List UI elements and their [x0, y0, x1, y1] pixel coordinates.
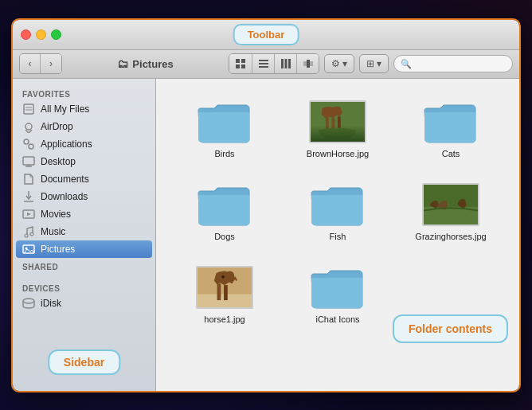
svg-rect-3 [241, 64, 245, 68]
sidebar-item-applications[interactable]: Applications [13, 135, 155, 153]
gear-icon: ⚙ [331, 58, 340, 69]
image-wrapper [309, 98, 366, 146]
file-contents: Birds [156, 79, 519, 391]
action-chevron: ▾ [342, 58, 347, 69]
downloads-icon [22, 190, 35, 203]
applications-icon [22, 138, 35, 150]
sidebar-item-label: Movies [41, 209, 71, 220]
list-item[interactable]: Fish [285, 178, 390, 244]
list-item[interactable]: BrownHorse.jpg [285, 95, 390, 162]
folder-icon-wrapper [196, 181, 253, 228]
file-label: Fish [330, 232, 346, 241]
list-item[interactable]: iChat Icons [285, 260, 390, 327]
sidebar-item-idisk[interactable]: iDisk [13, 295, 155, 312]
close-button[interactable] [21, 29, 31, 40]
list-item[interactable]: Birds [172, 95, 277, 162]
search-box[interactable]: 🔍 [393, 55, 513, 72]
music-icon [22, 225, 35, 238]
airdrop-icon [22, 120, 35, 133]
file-label: horse1.jpg [204, 314, 244, 324]
file-label: Cats [442, 149, 460, 158]
list-item[interactable]: horse1.jpg [172, 260, 277, 327]
folder-icon-wrapper [196, 98, 253, 146]
arrange-chevron: ▾ [377, 58, 381, 69]
main-area: FAVORITES All My Files AirDrop Applicati… [13, 79, 519, 391]
sidebar-item-movies[interactable]: Movies [13, 205, 155, 223]
favorites-label: FAVORITES [13, 85, 155, 100]
finder-window: Toolbar ‹ › 🗂 Pictures ⚙ [11, 18, 521, 392]
svg-point-30 [23, 299, 34, 303]
minimize-button[interactable] [36, 29, 46, 40]
sidebar-item-label: Downloads [41, 191, 88, 202]
svg-rect-13 [24, 104, 33, 114]
icon-view-button[interactable] [229, 54, 252, 73]
svg-rect-33 [331, 118, 334, 130]
image-wrapper [196, 264, 253, 311]
sidebar-item-music[interactable]: Music [13, 223, 155, 240]
maximize-button[interactable] [51, 29, 61, 40]
svg-rect-32 [326, 116, 329, 130]
file-label: BrownHorse.jpg [307, 149, 369, 158]
svg-rect-34 [338, 116, 341, 130]
list-item[interactable]: Dogs [172, 178, 277, 244]
sidebar-item-all-my-files[interactable]: All My Files [13, 100, 155, 118]
disk-icon [22, 297, 35, 310]
forward-button[interactable]: › [41, 54, 61, 73]
svg-rect-6 [259, 66, 268, 68]
brownhorse-thumbnail [309, 100, 366, 143]
folder-icon-wrapper [422, 98, 479, 146]
svg-rect-10 [303, 61, 307, 66]
folder-icon-wrapper [309, 181, 366, 228]
grazinghorses-image [424, 183, 478, 226]
list-item[interactable]: Cats [398, 95, 503, 162]
file-label: Dogs [214, 232, 235, 241]
svg-point-27 [30, 232, 33, 236]
svg-rect-12 [310, 61, 313, 66]
nav-buttons: ‹ › [19, 53, 62, 74]
svg-point-18 [29, 144, 33, 149]
svg-rect-4 [259, 60, 268, 61]
all-my-files-icon [22, 103, 35, 115]
sidebar-item-label: Pictures [41, 244, 75, 255]
list-view-button[interactable] [252, 54, 274, 73]
sidebar-item-desktop[interactable]: Desktop [13, 153, 155, 170]
folder-contents-annotation: Folder contents [393, 314, 508, 343]
view-buttons [229, 53, 319, 74]
toolbar: ‹ › 🗂 Pictures ⚙ ▾ ⊞ [13, 50, 519, 79]
svg-rect-11 [307, 60, 310, 68]
folder-icon-wrapper [309, 264, 366, 311]
list-item[interactable]: Grazinghorses.jpg [398, 178, 503, 244]
window-title: 🗂 Pictures [67, 57, 224, 70]
sidebar-item-label: All My Files [41, 103, 89, 115]
coverflow-view-button[interactable] [296, 54, 319, 73]
svg-rect-2 [236, 64, 240, 68]
desktop-icon [22, 155, 35, 168]
sidebar: FAVORITES All My Files AirDrop Applicati… [13, 79, 156, 391]
sidebar-item-documents[interactable]: Documents [13, 170, 155, 188]
back-button[interactable]: ‹ [20, 54, 41, 73]
action-button[interactable]: ⚙ ▾ [324, 54, 354, 73]
svg-rect-5 [259, 63, 268, 64]
column-view-button[interactable] [274, 54, 296, 73]
svg-point-17 [24, 139, 29, 144]
svg-point-16 [25, 123, 32, 130]
traffic-lights [21, 29, 61, 40]
folder-icon-title: 🗂 [117, 57, 128, 70]
sidebar-item-label: Desktop [41, 156, 76, 167]
arrange-button[interactable]: ⊞ ▾ [359, 54, 389, 73]
file-label: Grazinghorses.jpg [415, 232, 486, 241]
svg-point-26 [25, 234, 28, 237]
toolbar-annotation: Toolbar [233, 24, 299, 45]
arrange-icon: ⊞ [366, 58, 374, 69]
sidebar-item-pictures[interactable]: Pictures [16, 240, 152, 258]
image-wrapper [422, 181, 479, 228]
sidebar-item-label: Applications [41, 139, 92, 150]
folder-icon-ichat [310, 265, 366, 310]
folder-icon-birds [197, 100, 252, 144]
sidebar-item-airdrop[interactable]: AirDrop [13, 118, 155, 135]
search-input[interactable] [415, 58, 506, 69]
svg-rect-39 [217, 283, 221, 300]
svg-point-41 [221, 275, 225, 278]
sidebar-item-downloads[interactable]: Downloads [13, 188, 155, 205]
folder-icon-cats [423, 100, 479, 144]
